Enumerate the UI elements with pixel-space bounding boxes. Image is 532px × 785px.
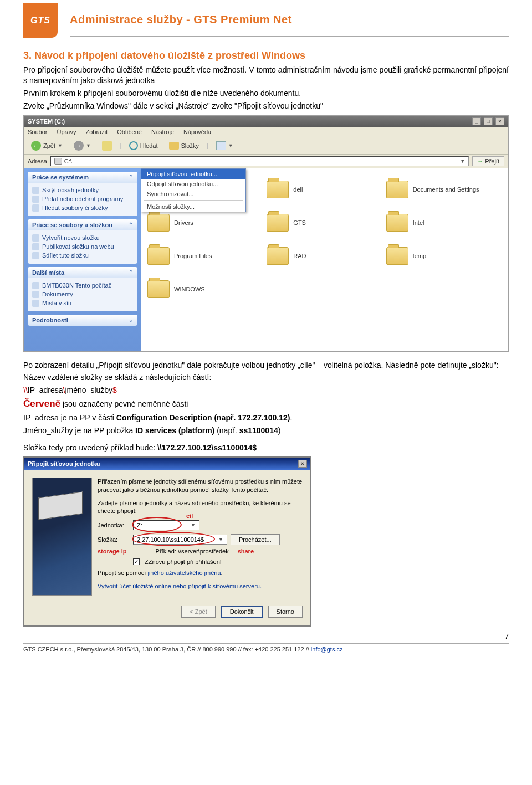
dropdown-item-map[interactable]: Připojit síťovou jednotku...: [141, 169, 245, 179]
menu-view[interactable]: Zobrazit: [85, 129, 108, 135]
folder-example: Příklad: \\server\prostředek: [156, 548, 229, 555]
footer-email-link[interactable]: info@gts.cz: [311, 646, 343, 653]
dialog-graphic: [32, 478, 92, 596]
reconnect-label: ZZnovu připojit při přihlášení: [143, 558, 222, 565]
gts-logo: GTS: [23, 3, 58, 38]
sidebar-item[interactable]: Publikovat složku na webu: [32, 242, 133, 251]
folder-item[interactable]: Intel: [384, 206, 503, 239]
item-icon: [32, 282, 39, 289]
close-icon[interactable]: ×: [298, 460, 307, 468]
dropdown-item-disconnect[interactable]: Odpojit síťovou jednotku...: [141, 179, 245, 189]
explorer-window: SYSTEM (C:) _ □ × Soubor Úpravy Zobrazit…: [23, 115, 509, 352]
menu-tools[interactable]: Nástroje: [151, 129, 174, 135]
intro-p3: Zvolte „Průzkumníka Windows" dále v sekc…: [23, 101, 509, 111]
folder-item[interactable]: dell: [264, 173, 383, 206]
panel-header[interactable]: Podrobnosti ⌄: [28, 315, 137, 326]
sidebar-item[interactable]: BMTB030N Tento počítač: [32, 281, 133, 290]
explorer-title: SYSTEM (C:): [28, 118, 65, 125]
folders-button[interactable]: Složky: [166, 141, 202, 151]
chevron-down-icon: ▼: [218, 537, 223, 542]
other-user-link[interactable]: jiného uživatelského jména: [147, 569, 221, 576]
sidebar-item[interactable]: Skrýt obsah jednotky: [32, 186, 133, 194]
folder-item[interactable]: WINDOWS: [145, 273, 264, 306]
folder-item[interactable]: temp: [384, 239, 503, 273]
sidebar-panel-system: Práce se systémem ⌃ Skrýt obsah jednotky…: [28, 172, 137, 216]
folder-icon: [147, 214, 170, 232]
menu-file[interactable]: Soubor: [28, 129, 47, 135]
item-icon: [32, 243, 39, 250]
page-footer: GTS CZECH s.r.o., Přemyslovská 2845/43, …: [23, 643, 509, 653]
panel-header[interactable]: Další místa ⌃: [28, 267, 137, 278]
folders-label: Složky: [181, 142, 199, 149]
explorer-sidebar: Práce se systémem ⌃ Skrýt obsah jednotky…: [24, 168, 141, 351]
folder-icon: [267, 214, 289, 232]
collapse-icon: ⌃: [129, 174, 133, 180]
menu-edit[interactable]: Úpravy: [57, 129, 76, 135]
explorer-titlebar: SYSTEM (C:) _ □ ×: [24, 116, 508, 127]
tools-dropdown: Připojit síťovou jednotku... Odpojit síť…: [141, 168, 246, 212]
sidebar-item[interactable]: Vytvořit novou složku: [32, 233, 133, 242]
item-icon: [32, 196, 39, 203]
maximize-icon[interactable]: □: [484, 117, 493, 125]
annotation-cil: cíl: [186, 512, 193, 519]
item-icon: [32, 291, 39, 298]
disk-icon: [54, 158, 62, 165]
sidebar-panel-places: Další místa ⌃ BMTB030N Tento počítač Dok…: [28, 267, 137, 311]
folder-item[interactable]: GTS: [264, 206, 383, 239]
dropdown-item-options[interactable]: Možnosti složky...: [141, 202, 245, 212]
item-icon: [32, 187, 39, 194]
panel-header[interactable]: Práce se systémem ⌃: [28, 172, 137, 183]
menu-help[interactable]: Nápověda: [183, 129, 211, 135]
dialog-title: Připojit síťovou jednotku: [28, 460, 100, 467]
go-label: Přejít: [485, 158, 499, 165]
browse-button[interactable]: Procházet...: [231, 534, 280, 545]
views-button[interactable]: ▼: [213, 140, 237, 151]
sidebar-item[interactable]: Dokumenty: [32, 290, 133, 299]
explorer-toolbar: ← Zpět ▼ → ▼ | Hledat Složky |: [24, 137, 508, 155]
folder-item[interactable]: Program Files: [145, 239, 264, 273]
sidebar-panel-details: Podrobnosti ⌄: [28, 315, 137, 326]
folder-item[interactable]: RAD: [264, 239, 383, 273]
back-icon: ←: [31, 141, 41, 151]
sidebar-item[interactable]: Přidat nebo odebrat programy: [32, 194, 133, 203]
go-button[interactable]: → Přejít: [472, 156, 504, 166]
drive-row: Jednotka: Z: ▼ cíl: [98, 520, 303, 530]
signup-link[interactable]: Vytvořit účet úložiště online nebo připo…: [98, 583, 262, 589]
sidebar-item[interactable]: Místa v síti: [32, 299, 133, 307]
expand-icon: ⌄: [129, 317, 133, 323]
folder-up-icon: [102, 141, 112, 151]
panel-title: Podrobnosti: [32, 317, 68, 324]
address-label: Adresa: [28, 158, 47, 165]
finish-button[interactable]: Dokončit: [221, 606, 263, 618]
item-icon: [32, 300, 39, 307]
menu-favorites[interactable]: Oblíbené: [117, 129, 142, 135]
collapse-icon: ⌃: [129, 269, 133, 275]
sidebar-item[interactable]: Sdílet tuto složku: [32, 251, 133, 260]
close-icon[interactable]: ×: [495, 117, 504, 125]
dropdown-item-sync[interactable]: Synchronizovat...: [141, 189, 245, 199]
folder-icon: [267, 247, 289, 265]
forward-button[interactable]: → ▼: [70, 140, 94, 152]
minimize-icon[interactable]: _: [472, 117, 481, 125]
dialog-titlebar: Připojit síťovou jednotku ×: [24, 458, 310, 470]
back-label: Zpět: [43, 142, 55, 149]
address-field[interactable]: C:\ ▼: [50, 156, 469, 166]
folder-icon: [386, 247, 408, 265]
cancel-button[interactable]: Storno: [268, 606, 303, 618]
dialog-p2: Zadejte písmeno jednotky a název sdílené…: [98, 499, 303, 516]
chevron-down-icon: ▼: [191, 522, 196, 528]
views-icon: [216, 141, 226, 150]
file-grid: Připojit síťovou jednotku... Odpojit síť…: [141, 168, 508, 351]
panel-header[interactable]: Práce se soubory a složkou ⌃: [28, 219, 137, 230]
folder-item[interactable]: Documents and Settings: [384, 173, 503, 206]
up-button[interactable]: [99, 140, 115, 152]
folder-icon: [147, 280, 170, 298]
search-button[interactable]: Hledat: [126, 140, 161, 151]
sidebar-item[interactable]: Hledat soubory či složky: [32, 203, 133, 212]
search-label: Hledat: [140, 142, 158, 149]
reconnect-row: ✓ ZZnovu připojit při přihlášení: [98, 558, 303, 565]
other-user-line: Připojit se pomocí jiného uživatelského …: [98, 569, 303, 577]
reconnect-checkbox[interactable]: ✓: [133, 558, 140, 565]
back-button[interactable]: ← Zpět ▼: [28, 140, 66, 152]
folder-icon: [386, 214, 408, 232]
